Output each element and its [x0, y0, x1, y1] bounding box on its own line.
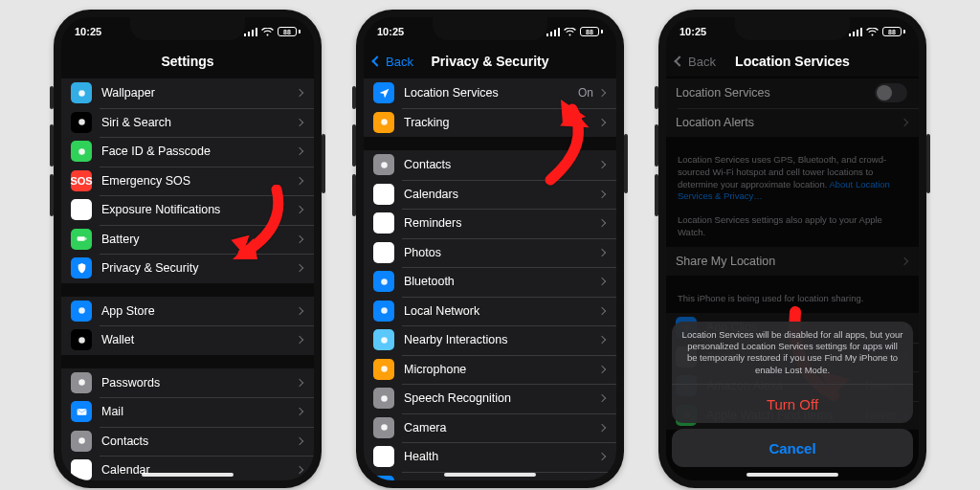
battery-icon: 88 — [580, 27, 603, 36]
faceid-icon — [71, 141, 92, 162]
status-time: 10:25 — [75, 26, 101, 37]
chevron-right-icon — [598, 453, 606, 460]
row-label: Battery — [101, 233, 297, 246]
chevron-right-icon — [598, 219, 606, 227]
row-photos[interactable]: Photos — [364, 238, 616, 268]
wallpaper-icon — [71, 82, 92, 103]
svg-point-11 — [78, 467, 85, 474]
row-calendar[interactable]: Calendar — [61, 456, 314, 480]
back-button[interactable]: Back — [373, 55, 413, 69]
row-wallet[interactable]: Wallet — [61, 325, 314, 355]
row-contacts[interactable]: Contacts — [61, 427, 314, 457]
row-label: Photos — [404, 246, 599, 259]
battery-icon — [71, 229, 92, 250]
svg-point-1 — [78, 120, 85, 126]
row-sos[interactable]: SOSEmergency SOS — [61, 167, 314, 196]
phone-location: 10:25 88 Back Location Services Location… — [658, 10, 926, 488]
row-label: Health — [404, 450, 599, 463]
nav-bar: Back Privacy & Security — [364, 46, 616, 77]
row-mail[interactable]: Mail — [61, 397, 314, 427]
chevron-right-icon — [598, 89, 606, 97]
row-bluetooth[interactable]: Bluetooth — [364, 267, 616, 297]
phone-settings: 10:25 88 Settings WallpaperSiri & Search… — [54, 10, 322, 488]
chevron-right-icon — [296, 307, 303, 315]
signal-icon — [546, 28, 560, 36]
row-faceid[interactable]: Face ID & Passcode — [61, 137, 314, 167]
svg-point-22 — [381, 337, 388, 344]
privacy-list[interactable]: Location ServicesOnTrackingContactsCalen… — [364, 77, 616, 480]
home-indicator[interactable] — [746, 473, 838, 477]
passwords-icon — [71, 372, 92, 393]
signal-icon — [849, 28, 862, 36]
row-label: Local Network — [404, 304, 599, 318]
svg-point-3 — [78, 207, 85, 213]
svg-point-15 — [381, 120, 388, 126]
chevron-right-icon — [296, 177, 303, 185]
svg-point-19 — [381, 250, 388, 256]
svg-point-21 — [381, 308, 388, 315]
row-tracking[interactable]: Tracking — [364, 108, 616, 138]
svg-point-6 — [78, 308, 85, 315]
chevron-right-icon — [296, 336, 303, 344]
row-exposure[interactable]: Exposure Notifications — [61, 195, 314, 225]
chevron-right-icon — [598, 366, 606, 373]
row-health[interactable]: Health — [364, 442, 616, 472]
chevron-right-icon — [296, 379, 303, 387]
svg-point-20 — [381, 278, 388, 285]
appstore-icon — [71, 301, 92, 322]
chevron-right-icon — [598, 307, 606, 315]
settings-list[interactable]: WallpaperSiri & SearchFace ID & Passcode… — [61, 77, 314, 480]
row-label: Face ID & Passcode — [101, 145, 297, 158]
row-label: Exposure Notifications — [101, 203, 297, 216]
turn-off-button[interactable]: Turn Off — [672, 385, 913, 423]
page-title: Settings — [61, 54, 314, 69]
svg-rect-5 — [85, 238, 86, 240]
nav-bar: Settings — [61, 46, 314, 77]
row-passwords[interactable]: Passwords — [61, 368, 314, 398]
contacts-icon — [373, 154, 394, 175]
chevron-right-icon — [296, 408, 303, 415]
wifi-icon — [564, 28, 576, 36]
row-wallpaper[interactable]: Wallpaper — [61, 78, 314, 108]
row-label: Emergency SOS — [101, 174, 297, 188]
status-time: 10:25 — [679, 26, 706, 37]
home-indicator[interactable] — [142, 473, 234, 477]
row-location[interactable]: Location ServicesOn — [364, 78, 616, 108]
contacts-icon — [71, 431, 92, 452]
row-calendars[interactable]: Calendars — [364, 180, 616, 210]
row-nearby[interactable]: Nearby Interactions — [364, 325, 616, 355]
photos-icon — [373, 242, 394, 263]
row-appstore[interactable]: App Store — [61, 297, 314, 326]
row-camera[interactable]: Camera — [364, 413, 616, 443]
row-privacy[interactable]: Privacy & Security — [61, 254, 314, 283]
row-battery[interactable]: Battery — [61, 225, 314, 255]
row-speech[interactable]: Speech Recognition — [364, 384, 616, 413]
svg-point-0 — [78, 90, 85, 97]
localnet-icon — [373, 301, 394, 322]
row-label: Wallpaper — [101, 86, 297, 100]
nav-bar: Back Location Services — [666, 46, 919, 77]
privacy-icon — [71, 257, 92, 278]
back-button[interactable]: Back — [676, 55, 716, 69]
cancel-button[interactable]: Cancel — [672, 429, 913, 467]
nearby-icon — [373, 329, 394, 350]
row-label: Microphone — [404, 363, 599, 376]
row-label: Tracking — [404, 116, 599, 129]
svg-point-23 — [381, 367, 388, 373]
row-label: Camera — [404, 421, 599, 434]
row-value: On — [578, 86, 593, 100]
svg-point-25 — [381, 425, 388, 432]
sos-icon: SOS — [71, 170, 92, 191]
chevron-right-icon — [296, 235, 303, 243]
home-indicator[interactable] — [444, 473, 536, 477]
mic-icon — [373, 359, 394, 380]
siri-icon — [71, 112, 92, 133]
row-mic[interactable]: Microphone — [364, 355, 616, 385]
row-contacts[interactable]: Contacts — [364, 150, 616, 180]
chevron-right-icon — [296, 264, 303, 272]
chevron-right-icon — [598, 119, 606, 126]
row-siri[interactable]: Siri & Search — [61, 108, 314, 138]
svg-rect-4 — [77, 237, 84, 241]
row-localnet[interactable]: Local Network — [364, 297, 616, 326]
row-reminders[interactable]: Reminders — [364, 209, 616, 238]
